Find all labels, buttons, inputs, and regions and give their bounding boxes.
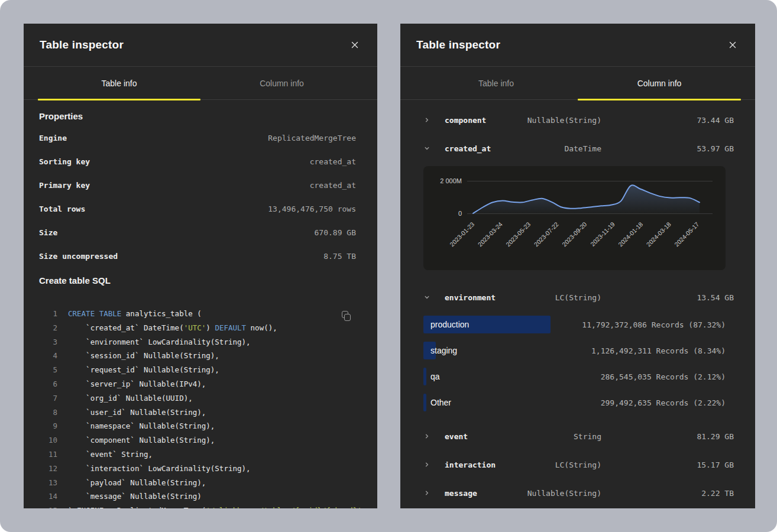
sql-code-line: 12 `interaction` LowCardinality(String), xyxy=(39,462,356,476)
x-axis-label: 2023-11-19 xyxy=(589,220,616,248)
property-row: Sorting keycreated_at xyxy=(39,150,356,173)
column-name: environment xyxy=(445,293,525,302)
sql-token: '/clickhouse/tables/{uuid}/{shard}' xyxy=(206,506,361,508)
property-label: Size uncompressed xyxy=(39,252,118,261)
sql-code-line: 4 `session_id` Nullable(String), xyxy=(39,349,356,363)
line-code: `namespace` Nullable(String), xyxy=(68,419,215,433)
close-button[interactable] xyxy=(348,38,361,51)
line-number: 13 xyxy=(39,476,57,490)
line-number: 5 xyxy=(39,363,57,377)
tab-column-info-right[interactable]: Column info xyxy=(578,67,741,99)
value-label: qa xyxy=(423,372,440,381)
value-bar-wrap: Other xyxy=(423,394,571,411)
sql-token: `component` Nullable(String), xyxy=(68,436,215,445)
right-panel-title: Table inspector xyxy=(416,38,500,51)
x-axis-label: 2023-01-23 xyxy=(448,220,476,248)
value-bar-wrap: staging xyxy=(423,342,571,359)
property-value: ReplicatedMergeTree xyxy=(268,134,356,142)
line-number: 14 xyxy=(39,489,57,504)
property-row: Total rows13,496,476,750 rows xyxy=(39,197,356,220)
column-size: 15.17 GB xyxy=(601,460,734,469)
column-row-created_at[interactable]: created_atDateTime53.97 GB xyxy=(400,134,755,163)
column-size: 13.54 GB xyxy=(601,293,734,302)
property-label: Total rows xyxy=(39,205,85,213)
line-number: 3 xyxy=(39,335,57,349)
column-size: 81.29 GB xyxy=(601,432,734,441)
property-row: Size uncompressed8.75 TB xyxy=(39,244,356,268)
property-label: Sorting key xyxy=(39,157,90,166)
line-code: `user_id` Nullable(String), xyxy=(68,406,206,420)
column-size: 2.22 TB xyxy=(601,489,734,498)
x-axis-label: 2023-03-24 xyxy=(476,220,504,248)
value-records: 11,792,372,086 Records (87.32%) xyxy=(582,320,726,329)
line-code: CREATE TABLE analytics_table ( xyxy=(68,307,202,321)
copy-button[interactable] xyxy=(339,309,352,322)
x-axis-label: 2024-05-17 xyxy=(673,220,701,248)
sql-token: `created_at` DateTime( xyxy=(68,323,184,332)
sql-token: `environment` LowCardinality(String), xyxy=(68,338,251,346)
table-inspector-panel-left: Table inspector Table infoColumn info Pr… xyxy=(24,24,377,508)
line-code: `session_id` Nullable(String), xyxy=(68,349,219,363)
right-tab-bar: Table infoColumn info xyxy=(400,67,755,100)
x-axis-label: 2024-03-18 xyxy=(645,220,672,248)
chevron-right-icon xyxy=(423,433,445,440)
column-type: String xyxy=(525,432,601,441)
line-code: `environment` LowCardinality(String), xyxy=(68,335,251,349)
column-row-message[interactable]: messageNullable(String)2.22 TB xyxy=(400,479,755,507)
close-icon xyxy=(351,41,359,49)
sql-token: DEFAULT xyxy=(215,323,246,332)
column-name: interaction xyxy=(445,460,525,469)
line-number: 9 xyxy=(39,419,57,433)
column-name: event xyxy=(445,432,525,441)
line-code: `event` String, xyxy=(68,447,153,462)
area-chart-svg: 2 000M02023-01-232023-03-242023-05-23202… xyxy=(423,166,726,270)
column-name: created_at xyxy=(445,144,525,153)
sql-code-line: 1CREATE TABLE analytics_table ( xyxy=(39,307,356,321)
column-row-component[interactable]: componentNullable(String)73.44 GB xyxy=(400,106,755,134)
line-code: `org_id` Nullable(UUID), xyxy=(68,391,193,406)
line-code: `message` Nullable(String) xyxy=(68,489,202,504)
property-label: Size xyxy=(39,228,57,237)
tab-label: Table info xyxy=(478,79,514,88)
line-number: 1 xyxy=(39,307,57,321)
sql-code-line: 13 `payload` Nullable(String), xyxy=(39,476,356,490)
column-row-event[interactable]: eventString81.29 GB xyxy=(400,422,755,450)
line-code: `server_ip` Nullable(IPv4), xyxy=(68,377,206,391)
sql-token: `user_id` Nullable(String), xyxy=(68,408,206,417)
property-label: Primary key xyxy=(39,181,90,190)
tab-column-info-left[interactable]: Column info xyxy=(200,67,363,99)
sql-token: `server_ip` Nullable(IPv4), xyxy=(68,379,206,388)
area-fill xyxy=(473,185,700,213)
column-name: component xyxy=(445,116,525,125)
column-row-environment[interactable]: environmentLC(String)13.54 GB xyxy=(400,283,755,312)
sql-token: `namespace` Nullable(String), xyxy=(68,421,215,430)
properties-heading: Properties xyxy=(39,111,356,122)
line-number: 2 xyxy=(39,321,57,335)
value-bar-wrap: qa xyxy=(423,368,571,385)
close-button[interactable] xyxy=(726,38,739,51)
left-panel-header: Table inspector xyxy=(24,24,377,67)
sql-code-line: 10 `component` Nullable(String), xyxy=(39,433,356,447)
value-bar-wrap: production xyxy=(423,316,571,333)
value-row-qa: qa286,545,035 Records (2.12%) xyxy=(400,364,755,390)
tab-table-info-right[interactable]: Table info xyxy=(415,67,578,99)
line-number: 15 xyxy=(39,504,57,508)
column-row-interaction[interactable]: interactionLC(String)15.17 GB xyxy=(400,450,755,479)
column-type: Nullable(String) xyxy=(525,116,601,125)
line-number: 7 xyxy=(39,391,57,406)
sql-code-line: 5 `request_id` Nullable(String), xyxy=(39,363,356,377)
value-label: production xyxy=(423,320,469,329)
left-panel-title: Table inspector xyxy=(40,38,124,51)
line-number: 11 xyxy=(39,447,57,462)
column-type: Nullable(String) xyxy=(525,489,601,498)
property-value: created_at xyxy=(310,157,356,166)
environment-values: production11,792,372,086 Records (87.32%… xyxy=(400,312,755,416)
chevron-down-icon xyxy=(423,294,445,301)
property-value: created_at xyxy=(310,181,356,190)
left-panel-content: Properties EngineReplicatedMergeTreeSort… xyxy=(24,111,377,508)
tab-table-info-left[interactable]: Table info xyxy=(38,67,200,99)
column-name: message xyxy=(445,489,525,498)
line-code: `component` Nullable(String), xyxy=(68,433,215,447)
sql-code-line: 6 `server_ip` Nullable(IPv4), xyxy=(39,377,356,391)
y-axis-label: 2 000M xyxy=(440,177,462,184)
